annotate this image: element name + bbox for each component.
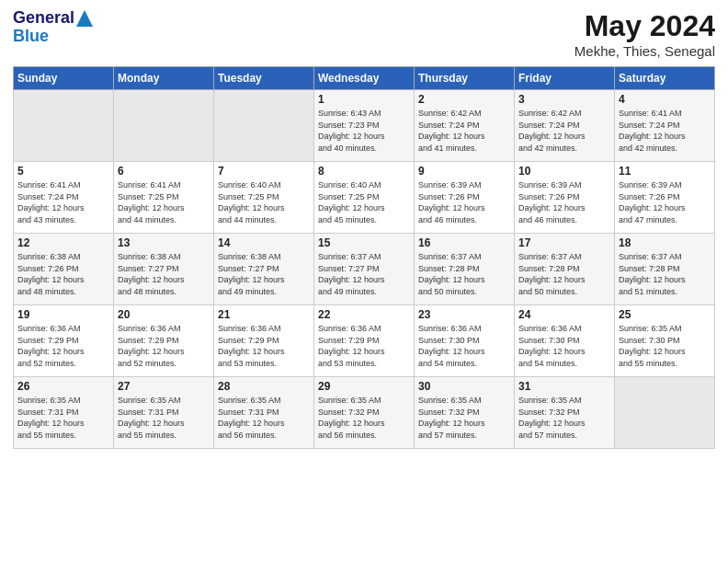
day-info: Sunrise: 6:37 AM Sunset: 7:28 PM Dayligh…	[518, 251, 610, 297]
day-info: Sunrise: 6:42 AM Sunset: 7:24 PM Dayligh…	[518, 108, 610, 154]
month-title: May 2024	[574, 9, 715, 43]
calendar-cell	[214, 90, 314, 162]
col-saturday: Saturday	[615, 67, 715, 90]
calendar-cell: 19Sunrise: 6:36 AM Sunset: 7:29 PM Dayli…	[14, 305, 114, 377]
location-subtitle: Mekhe, Thies, Senegal	[574, 43, 715, 59]
calendar-week-3: 19Sunrise: 6:36 AM Sunset: 7:29 PM Dayli…	[14, 305, 715, 377]
calendar-cell: 8Sunrise: 6:40 AM Sunset: 7:25 PM Daylig…	[314, 162, 415, 234]
calendar-cell: 12Sunrise: 6:38 AM Sunset: 7:26 PM Dayli…	[14, 234, 114, 305]
calendar-cell: 17Sunrise: 6:37 AM Sunset: 7:28 PM Dayli…	[515, 234, 615, 305]
day-info: Sunrise: 6:35 AM Sunset: 7:32 PM Dayligh…	[418, 395, 510, 441]
day-info: Sunrise: 6:41 AM Sunset: 7:24 PM Dayligh…	[17, 179, 109, 225]
day-number: 13	[118, 236, 210, 249]
svg-marker-0	[76, 10, 93, 27]
day-info: Sunrise: 6:42 AM Sunset: 7:24 PM Dayligh…	[418, 108, 510, 154]
day-number: 23	[418, 308, 510, 321]
col-monday: Monday	[114, 67, 214, 90]
day-number: 25	[619, 308, 711, 321]
day-number: 14	[218, 236, 310, 249]
day-info: Sunrise: 6:36 AM Sunset: 7:30 PM Dayligh…	[418, 323, 510, 369]
calendar-cell: 11Sunrise: 6:39 AM Sunset: 7:26 PM Dayli…	[615, 162, 715, 234]
calendar-cell: 29Sunrise: 6:35 AM Sunset: 7:32 PM Dayli…	[314, 377, 415, 449]
calendar-cell: 7Sunrise: 6:40 AM Sunset: 7:25 PM Daylig…	[214, 162, 314, 234]
col-sunday: Sunday	[14, 67, 114, 90]
calendar-cell: 22Sunrise: 6:36 AM Sunset: 7:29 PM Dayli…	[314, 305, 415, 377]
day-number: 27	[118, 380, 210, 393]
calendar-cell	[14, 90, 114, 162]
day-number: 29	[318, 380, 410, 393]
day-number: 1	[318, 93, 410, 106]
day-number: 19	[17, 308, 109, 321]
day-info: Sunrise: 6:38 AM Sunset: 7:26 PM Dayligh…	[17, 251, 109, 297]
day-number: 30	[418, 380, 510, 393]
day-info: Sunrise: 6:38 AM Sunset: 7:27 PM Dayligh…	[218, 251, 310, 297]
day-number: 31	[518, 380, 610, 393]
col-thursday: Thursday	[415, 67, 515, 90]
calendar-cell: 25Sunrise: 6:35 AM Sunset: 7:30 PM Dayli…	[615, 305, 715, 377]
calendar-cell: 6Sunrise: 6:41 AM Sunset: 7:25 PM Daylig…	[114, 162, 214, 234]
calendar-cell: 24Sunrise: 6:36 AM Sunset: 7:30 PM Dayli…	[515, 305, 615, 377]
day-number: 12	[17, 236, 109, 249]
day-number: 2	[418, 93, 510, 106]
day-number: 16	[418, 236, 510, 249]
day-number: 3	[518, 93, 610, 106]
day-number: 17	[518, 236, 610, 249]
day-number: 28	[218, 380, 310, 393]
day-info: Sunrise: 6:43 AM Sunset: 7:23 PM Dayligh…	[318, 108, 410, 154]
calendar-cell	[615, 377, 715, 449]
day-number: 7	[218, 165, 310, 178]
calendar-cell: 4Sunrise: 6:41 AM Sunset: 7:24 PM Daylig…	[615, 90, 715, 162]
day-number: 20	[118, 308, 210, 321]
logo: General Blue	[13, 9, 93, 46]
col-tuesday: Tuesday	[214, 67, 314, 90]
day-number: 24	[518, 308, 610, 321]
day-info: Sunrise: 6:35 AM Sunset: 7:31 PM Dayligh…	[118, 395, 210, 441]
day-info: Sunrise: 6:41 AM Sunset: 7:24 PM Dayligh…	[619, 108, 711, 154]
calendar-week-4: 26Sunrise: 6:35 AM Sunset: 7:31 PM Dayli…	[14, 377, 715, 449]
header-row: Sunday Monday Tuesday Wednesday Thursday…	[14, 67, 715, 90]
day-info: Sunrise: 6:36 AM Sunset: 7:30 PM Dayligh…	[518, 323, 610, 369]
day-info: Sunrise: 6:35 AM Sunset: 7:32 PM Dayligh…	[518, 395, 610, 441]
day-number: 5	[17, 165, 109, 178]
day-number: 11	[619, 165, 711, 178]
calendar-cell: 15Sunrise: 6:37 AM Sunset: 7:27 PM Dayli…	[314, 234, 415, 305]
col-wednesday: Wednesday	[314, 67, 415, 90]
calendar-cell: 5Sunrise: 6:41 AM Sunset: 7:24 PM Daylig…	[14, 162, 114, 234]
calendar-cell: 18Sunrise: 6:37 AM Sunset: 7:28 PM Dayli…	[615, 234, 715, 305]
day-info: Sunrise: 6:36 AM Sunset: 7:29 PM Dayligh…	[17, 323, 109, 369]
day-info: Sunrise: 6:37 AM Sunset: 7:27 PM Dayligh…	[318, 251, 410, 297]
calendar-cell: 20Sunrise: 6:36 AM Sunset: 7:29 PM Dayli…	[114, 305, 214, 377]
calendar-cell: 21Sunrise: 6:36 AM Sunset: 7:29 PM Dayli…	[214, 305, 314, 377]
day-info: Sunrise: 6:39 AM Sunset: 7:26 PM Dayligh…	[418, 179, 510, 225]
calendar-cell: 9Sunrise: 6:39 AM Sunset: 7:26 PM Daylig…	[415, 162, 515, 234]
calendar-cell: 16Sunrise: 6:37 AM Sunset: 7:28 PM Dayli…	[415, 234, 515, 305]
calendar-cell: 23Sunrise: 6:36 AM Sunset: 7:30 PM Dayli…	[415, 305, 515, 377]
calendar-cell: 26Sunrise: 6:35 AM Sunset: 7:31 PM Dayli…	[14, 377, 114, 449]
day-info: Sunrise: 6:41 AM Sunset: 7:25 PM Dayligh…	[118, 179, 210, 225]
day-info: Sunrise: 6:38 AM Sunset: 7:27 PM Dayligh…	[118, 251, 210, 297]
header: General Blue May 2024 Mekhe, Thies, Sene…	[13, 9, 715, 59]
day-number: 10	[518, 165, 610, 178]
calendar-cell: 2Sunrise: 6:42 AM Sunset: 7:24 PM Daylig…	[415, 90, 515, 162]
day-info: Sunrise: 6:35 AM Sunset: 7:31 PM Dayligh…	[218, 395, 310, 441]
day-number: 22	[318, 308, 410, 321]
day-info: Sunrise: 6:36 AM Sunset: 7:29 PM Dayligh…	[218, 323, 310, 369]
calendar-week-2: 12Sunrise: 6:38 AM Sunset: 7:26 PM Dayli…	[14, 234, 715, 305]
calendar-cell: 31Sunrise: 6:35 AM Sunset: 7:32 PM Dayli…	[515, 377, 615, 449]
day-number: 6	[118, 165, 210, 178]
calendar-week-0: 1Sunrise: 6:43 AM Sunset: 7:23 PM Daylig…	[14, 90, 715, 162]
calendar-table: Sunday Monday Tuesday Wednesday Thursday…	[13, 66, 715, 449]
calendar-cell: 30Sunrise: 6:35 AM Sunset: 7:32 PM Dayli…	[415, 377, 515, 449]
calendar-cell: 3Sunrise: 6:42 AM Sunset: 7:24 PM Daylig…	[515, 90, 615, 162]
day-info: Sunrise: 6:39 AM Sunset: 7:26 PM Dayligh…	[518, 179, 610, 225]
day-info: Sunrise: 6:37 AM Sunset: 7:28 PM Dayligh…	[418, 251, 510, 297]
day-info: Sunrise: 6:40 AM Sunset: 7:25 PM Dayligh…	[318, 179, 410, 225]
calendar-cell: 10Sunrise: 6:39 AM Sunset: 7:26 PM Dayli…	[515, 162, 615, 234]
day-info: Sunrise: 6:40 AM Sunset: 7:25 PM Dayligh…	[218, 179, 310, 225]
calendar-cell	[114, 90, 214, 162]
day-info: Sunrise: 6:36 AM Sunset: 7:29 PM Dayligh…	[318, 323, 410, 369]
day-info: Sunrise: 6:35 AM Sunset: 7:31 PM Dayligh…	[17, 395, 109, 441]
calendar-cell: 28Sunrise: 6:35 AM Sunset: 7:31 PM Dayli…	[214, 377, 314, 449]
day-info: Sunrise: 6:35 AM Sunset: 7:32 PM Dayligh…	[318, 395, 410, 441]
day-number: 26	[17, 380, 109, 393]
